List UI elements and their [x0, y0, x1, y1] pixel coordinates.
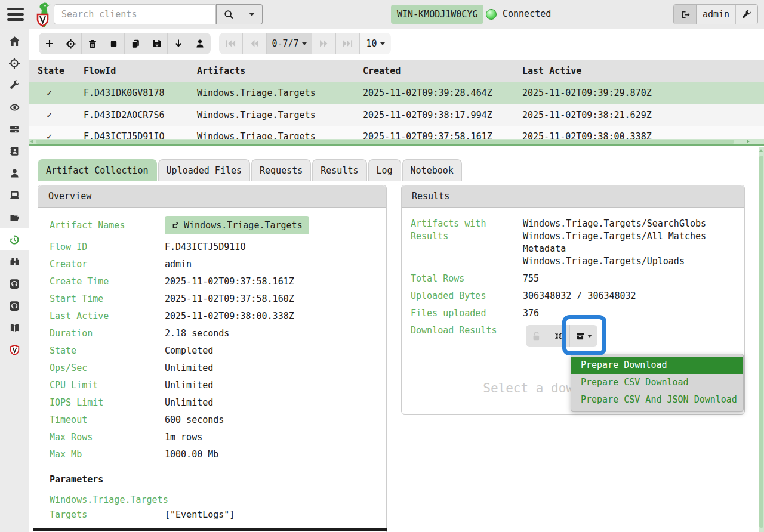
scroll-up-arrow-icon[interactable] — [759, 149, 763, 152]
flow-actions-group — [39, 33, 211, 54]
last-page-button[interactable] — [336, 33, 360, 54]
overview-card-header: Overview — [38, 185, 386, 208]
velociraptor-app: WIN-KMODJ1W0CYG Connected admin — [0, 0, 764, 532]
artifacts-cell: Windows.Triage.Targets — [197, 126, 363, 139]
export-flows-button[interactable] — [168, 33, 189, 54]
table-row[interactable]: ✓ F.D43ID2AOCR7S6 Windows.Triage.Targets… — [29, 104, 764, 126]
artifact-link-badge[interactable]: Windows.Triage.Targets — [165, 216, 309, 234]
field-value: 306348032 / 306348032 — [523, 290, 636, 301]
col-artifacts[interactable]: Artifacts — [197, 66, 363, 76]
sidebar-item-clients[interactable] — [0, 162, 29, 184]
scrollbar-thumb[interactable] — [36, 140, 734, 144]
new-collection-button[interactable] — [39, 33, 60, 54]
scroll-left-arrow-icon[interactable] — [30, 140, 33, 143]
vertical-scrollbar[interactable] — [759, 147, 764, 532]
sidebar-item-search[interactable] — [0, 250, 29, 273]
col-state[interactable]: State — [29, 66, 84, 76]
github-icon — [9, 279, 20, 289]
field-value: admin — [165, 259, 192, 270]
tab-uploaded-files[interactable]: Uploaded Files — [158, 159, 250, 181]
menu-item-prepare-csv-download[interactable]: Prepare CSV Download — [571, 374, 743, 391]
page-range-label: 0-7/7 — [272, 38, 298, 49]
flows-toolbar: 0-7/7 10 — [29, 29, 764, 60]
sidebar-item-github[interactable] — [0, 273, 29, 295]
next-page-icon — [319, 39, 328, 48]
table-horizontal-scrollbar[interactable] — [29, 139, 764, 144]
user-menu-button[interactable]: admin — [697, 5, 736, 24]
scroll-right-arrow-icon[interactable] — [747, 140, 750, 143]
first-page-button[interactable] — [219, 33, 243, 54]
page-range-dropdown[interactable]: 0-7/7 — [267, 33, 312, 54]
overview-row: IOPS LimitUnlimited — [38, 394, 386, 411]
parameter-artifact-name: Windows.Triage.Targets — [38, 494, 386, 506]
field-value: 2025-11-02T09:37:58.160Z — [165, 293, 294, 304]
first-page-icon — [226, 39, 236, 48]
sidebar-item-hunts[interactable] — [0, 52, 29, 74]
sidebar-item-server-events[interactable] — [0, 96, 29, 118]
next-page-button[interactable] — [312, 33, 336, 54]
tab-artifact-collection[interactable]: Artifact Collection — [38, 159, 157, 181]
field-label: Timeout — [50, 415, 165, 425]
logout-button[interactable] — [674, 5, 697, 24]
prev-page-icon — [250, 39, 259, 48]
page-size-dropdown[interactable]: 10 — [360, 33, 391, 54]
assign-user-button[interactable] — [189, 33, 211, 54]
tab-notebook[interactable]: Notebook — [402, 159, 462, 181]
prev-page-button[interactable] — [243, 33, 267, 54]
sidebar-item-collected[interactable] — [0, 206, 29, 228]
username-label: admin — [703, 9, 729, 20]
sidebar-item-home[interactable] — [0, 30, 29, 52]
results-row: Artifacts with Results Windows.Triage.Ta… — [402, 218, 744, 268]
plus-icon — [45, 39, 54, 48]
overview-horizontal-scrollbar[interactable] — [33, 528, 387, 531]
sidebar-item-server-artifacts[interactable] — [0, 118, 29, 140]
sidebar-item-about[interactable] — [0, 339, 29, 361]
settings-button[interactable] — [736, 5, 757, 24]
field-label: Start Time — [50, 293, 165, 304]
state-check-icon: ✓ — [29, 110, 84, 120]
field-value: 600 seconds — [165, 415, 224, 425]
sidebar-item-docs[interactable] — [0, 317, 29, 339]
scrollbar-thumb[interactable] — [759, 156, 763, 528]
parameter-row: Targets["EventLogs"] — [38, 508, 386, 521]
delete-flow-button[interactable] — [82, 33, 103, 54]
overview-row: Creatoradmin — [38, 255, 386, 273]
user-controls: admin — [673, 4, 758, 24]
overview-row: Start Time2025-11-02T09:37:58.160Z — [38, 290, 386, 307]
field-label: Artifacts with Results — [411, 218, 523, 243]
table-row[interactable]: ✓ F.D43ICTJ5D91IO Windows.Triage.Targets… — [29, 126, 764, 139]
sidebar-item-host-info[interactable] — [0, 140, 29, 162]
field-label: State — [50, 345, 165, 356]
col-last-active[interactable]: Last Active — [522, 66, 764, 76]
search-input[interactable] — [54, 4, 216, 24]
stop-flow-button[interactable] — [103, 33, 125, 54]
add-to-hunt-button[interactable] — [60, 33, 82, 54]
sidebar-item-artifacts[interactable] — [0, 74, 29, 96]
save-collection-button[interactable] — [146, 33, 168, 54]
results-card: Results Select a download method Artifac… — [401, 185, 745, 415]
sidebar-item-flows-active[interactable] — [0, 228, 29, 250]
table-row[interactable]: ✓ F.D43IDK0GV8178 Windows.Triage.Targets… — [29, 82, 764, 104]
tab-requests[interactable]: Requests — [251, 159, 311, 181]
col-created[interactable]: Created — [363, 66, 522, 76]
connection-status-label: Connected — [503, 8, 551, 19]
password-download-button[interactable] — [526, 325, 547, 347]
wrench-icon — [10, 80, 20, 90]
page-size-label: 10 — [366, 38, 377, 49]
search-button[interactable] — [216, 4, 241, 24]
velociraptor-logo[interactable] — [32, 1, 54, 31]
hamburger-menu-icon[interactable] — [7, 8, 24, 21]
copy-flow-button[interactable] — [125, 33, 146, 54]
tab-results[interactable]: Results — [312, 159, 366, 181]
menu-item-prepare-csv-json-download[interactable]: Prepare CSV And JSON Download — [571, 391, 743, 409]
pane-divider[interactable] — [29, 144, 764, 146]
col-flowid[interactable]: FlowId — [84, 66, 197, 76]
menu-item-prepare-download[interactable]: Prepare Download — [571, 357, 743, 374]
flow-id-cell: F.D43ICTJ5D91IO — [84, 126, 197, 139]
tab-log[interactable]: Log — [368, 159, 401, 181]
client-id-badge[interactable]: WIN-KMODJ1W0CYG — [391, 5, 483, 24]
sidebar-item-github-docs[interactable] — [0, 295, 29, 317]
sidebar-item-vfs[interactable] — [0, 184, 29, 206]
search-options-dropdown[interactable] — [241, 4, 263, 24]
server-icon — [9, 125, 20, 134]
